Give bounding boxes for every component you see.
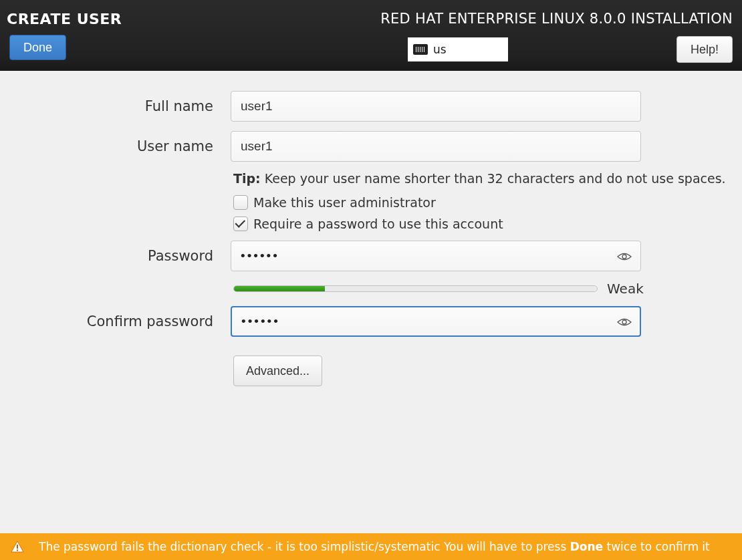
username-input[interactable] xyxy=(231,131,641,162)
admin-checkbox[interactable] xyxy=(233,195,248,210)
password-label: Password xyxy=(0,248,231,264)
tip-prefix: Tip: xyxy=(233,171,261,186)
fullname-row: Full name xyxy=(0,91,742,122)
reveal-confirm-password-icon[interactable] xyxy=(617,317,632,326)
confirm-password-input[interactable] xyxy=(231,306,641,337)
require-password-checkbox-label: Require a password to use this account xyxy=(253,217,503,231)
advanced-button[interactable]: Advanced... xyxy=(233,356,322,386)
admin-checkbox-label: Make this user administrator xyxy=(253,195,436,210)
header-bar: CREATE USER RED HAT ENTERPRISE LINUX 8.0… xyxy=(0,0,742,71)
password-row: Password xyxy=(0,241,742,271)
installer-subtitle: RED HAT ENTERPRISE LINUX 8.0.0 INSTALLAT… xyxy=(380,11,733,27)
warning-text-pre: The password fails the dictionary check … xyxy=(39,540,570,553)
warning-bar: The password fails the dictionary check … xyxy=(0,533,742,560)
require-password-checkbox[interactable] xyxy=(233,217,248,231)
help-button[interactable]: Help! xyxy=(676,36,733,63)
warning-icon xyxy=(11,541,24,553)
svg-rect-2 xyxy=(17,545,18,549)
keyboard-layout-label: us xyxy=(433,43,447,56)
svg-rect-3 xyxy=(17,550,18,551)
svg-point-1 xyxy=(622,320,626,324)
password-strength-fill xyxy=(234,286,325,291)
tip-text: Keep your user name shorter than 32 char… xyxy=(265,171,726,186)
warning-text-bold: Done xyxy=(570,540,603,553)
warning-text: The password fails the dictionary check … xyxy=(39,540,710,553)
fullname-label: Full name xyxy=(0,98,231,114)
confirm-password-label: Confirm password xyxy=(0,313,231,329)
password-strength-bar xyxy=(233,285,598,292)
keyboard-icon xyxy=(413,44,428,55)
confirm-password-row: Confirm password xyxy=(0,306,742,337)
require-password-checkbox-row: Require a password to use this account xyxy=(233,217,742,231)
username-label: User name xyxy=(0,138,231,154)
reveal-password-icon[interactable] xyxy=(617,251,632,261)
installer-screen: CREATE USER RED HAT ENTERPRISE LINUX 8.0… xyxy=(0,0,742,560)
page-title: CREATE USER xyxy=(7,11,122,27)
password-strength-row: Weak xyxy=(233,281,742,297)
warning-text-post: twice to confirm it xyxy=(607,540,710,553)
username-row: User name xyxy=(0,131,742,162)
password-strength-label: Weak xyxy=(607,281,644,297)
form-area: Full name User name Tip: Keep your user … xyxy=(0,71,742,386)
keyboard-layout-indicator[interactable]: us xyxy=(408,37,508,61)
password-input[interactable] xyxy=(231,241,641,271)
svg-point-0 xyxy=(622,255,626,259)
username-tip: Tip: Keep your user name shorter than 32… xyxy=(233,171,742,186)
admin-checkbox-row: Make this user administrator xyxy=(233,195,742,210)
fullname-input[interactable] xyxy=(231,91,641,122)
done-button[interactable]: Done xyxy=(9,35,66,60)
